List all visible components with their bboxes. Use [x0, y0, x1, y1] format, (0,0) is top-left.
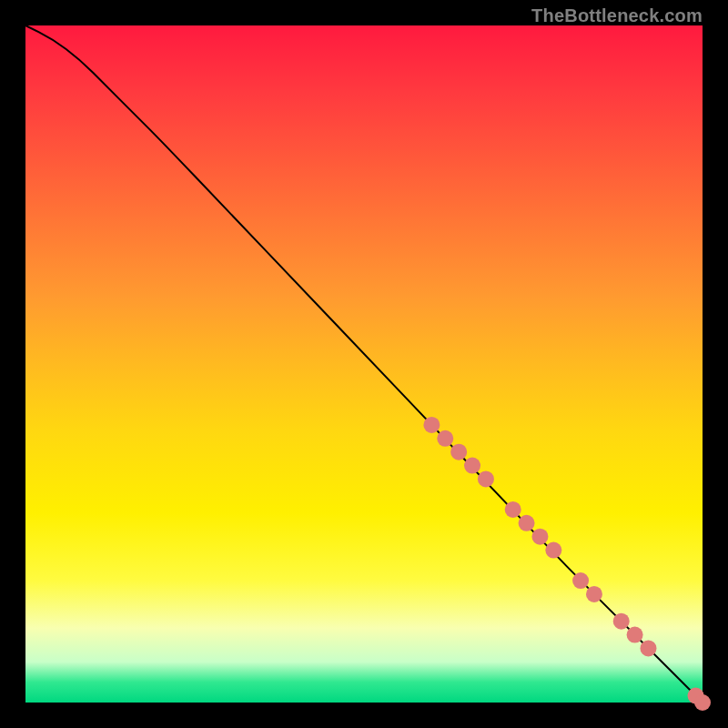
chart-dot [545, 542, 561, 559]
chart-dot [478, 470, 494, 487]
chart-curve [25, 25, 703, 703]
chart-dot [531, 529, 548, 545]
chart-dot [640, 640, 656, 656]
chart-stage: TheBottleneck.com [0, 0, 728, 728]
watermark-label: TheBottleneck.com [531, 5, 703, 26]
chart-dot [437, 430, 453, 447]
chart-dot [519, 515, 535, 531]
chart-dot [586, 586, 602, 602]
chart-dot [505, 501, 521, 518]
chart-dot [613, 613, 630, 630]
chart-overlay [25, 25, 703, 703]
chart-dot [423, 417, 440, 433]
chart-dot [450, 444, 467, 460]
chart-dot [627, 627, 643, 643]
chart-dot [694, 694, 711, 711]
chart-dot [464, 458, 480, 474]
chart-dot [572, 572, 589, 589]
